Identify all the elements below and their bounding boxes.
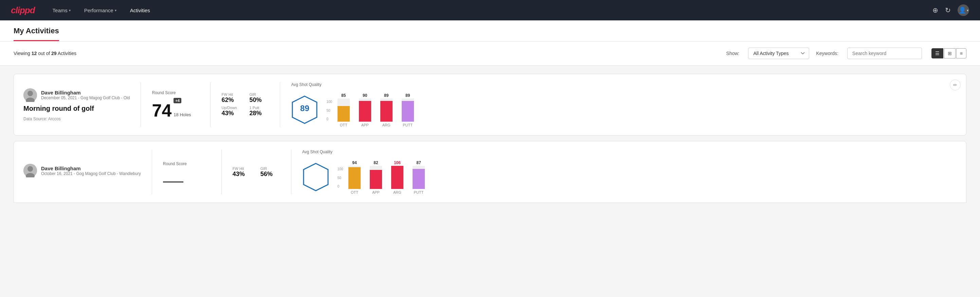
keywords-label: Keywords: — [816, 51, 838, 56]
user-name: Dave Billingham — [41, 90, 130, 96]
svg-marker-7 — [304, 163, 328, 191]
grid-view-button[interactable]: ⊞ — [944, 48, 956, 59]
round-score-section: Round Score — [163, 161, 210, 182]
score-holes: 18 Holes — [173, 112, 191, 117]
score-badge: +4 — [173, 98, 181, 103]
y-axis-top: 100 — [326, 100, 332, 104]
quality-label-2: Avg Shot Quality — [302, 150, 956, 154]
shot-quality-hexagon: 89 — [291, 95, 318, 122]
avatar-icon: 👤 — [959, 6, 966, 14]
chevron-down-icon: ▾ — [115, 8, 116, 12]
bar-value-arg: 89 — [384, 93, 388, 98]
quality-section-2: Avg Shot Quality 100 50 0 — [302, 150, 956, 194]
logo: clippd — [11, 5, 35, 16]
bar2-app: 82 — [374, 160, 378, 165]
stat-gir: GIR 50% — [249, 93, 269, 104]
stats-grid: FW Hit 62% GIR 50% Up/Down 43% 1 Putt 28… — [221, 93, 269, 117]
y2-top: 100 — [337, 167, 343, 171]
card-left: Dave Billingham October 16, 2021 - Gog M… — [24, 164, 141, 180]
card-left: Dave Billingham December 05, 2021 - Gog … — [24, 88, 130, 121]
avatar — [24, 88, 37, 102]
activity-card: Dave Billingham October 16, 2021 - Gog M… — [14, 141, 966, 203]
viewing-text: Viewing 12 out of 29 Activities — [14, 51, 76, 56]
filter-bar: Viewing 12 out of 29 Activities Show: Al… — [0, 42, 980, 65]
shot-quality-chart-2: 100 50 0 94 OTT — [337, 157, 956, 194]
score-value: 74 — [152, 102, 172, 119]
nav-actions: ⊕ ↻ 👤 ▾ — [932, 5, 969, 16]
chevron-down-icon: ▾ — [69, 8, 71, 12]
main-nav: clippd Teams ▾ Performance ▾ Activities … — [0, 0, 980, 21]
stat-1putt: 1 Putt 28% — [249, 106, 269, 117]
stat-fw-hit: FW Hit 62% — [221, 93, 241, 104]
add-icon[interactable]: ⊕ — [932, 6, 938, 14]
svg-point-1 — [27, 91, 33, 96]
page-title: My Activities — [14, 27, 59, 41]
stat-fw-hit: FW Hit 43% — [232, 166, 252, 178]
y2-mid: 50 — [337, 176, 343, 180]
nav-item-performance[interactable]: Performance ▾ — [83, 5, 118, 16]
activity-card: ✏ Dave Billingham December 05, 2021 - Go… — [14, 74, 966, 136]
svg-point-5 — [27, 166, 33, 172]
y-axis-bot: 0 — [326, 117, 332, 121]
bar-label-ott: OTT — [340, 123, 347, 127]
quality-section: Avg Shot Quality 89 1 — [291, 82, 956, 127]
round-score-label: Round Score — [152, 90, 199, 95]
user-name: Dave Billingham — [41, 166, 141, 171]
bar-value-app: 90 — [363, 93, 367, 98]
shot-quality-chart: 100 50 0 85 OTT — [326, 90, 956, 127]
shot-quality-hexagon-2 — [302, 162, 329, 189]
round-score-section: Round Score 74 +4 18 Holes — [152, 90, 199, 119]
bar-value-ott: 85 — [341, 93, 346, 98]
bar-label-putt: PUTT — [403, 123, 412, 127]
edit-button[interactable]: ✏ — [950, 80, 961, 90]
user-date: December 05, 2021 - Gog Magog Golf Club … — [41, 96, 130, 100]
compact-view-button[interactable]: ≡ — [956, 48, 966, 59]
bar2-arg: 106 — [394, 160, 401, 165]
y-axis-mid: 50 — [326, 109, 332, 112]
bar2-ott: 94 — [352, 160, 356, 165]
bar2-putt: 87 — [416, 160, 421, 165]
bar-value-putt: 89 — [406, 93, 410, 98]
card-user: Dave Billingham October 16, 2021 - Gog M… — [24, 164, 141, 177]
avatar-chevron: ▾ — [967, 8, 969, 12]
card-title: Morning round of golf — [24, 105, 130, 112]
nav-item-teams[interactable]: Teams ▾ — [51, 5, 72, 16]
show-label: Show: — [726, 51, 740, 56]
quality-label: Avg Shot Quality — [291, 82, 956, 87]
list-view-button[interactable]: ☰ — [931, 48, 943, 59]
user-date: October 16, 2021 - Gog Magog Golf Club -… — [41, 171, 141, 176]
stat-updown: Up/Down 43% — [221, 106, 241, 117]
refresh-icon[interactable]: ↻ — [945, 6, 951, 14]
keyword-input[interactable] — [847, 48, 922, 59]
y2-bot: 0 — [337, 185, 343, 188]
activity-type-select[interactable]: All Activity Types — [748, 48, 809, 59]
stat-gir: GIR 56% — [261, 166, 280, 178]
nav-item-activities[interactable]: Activities — [129, 5, 151, 16]
stats-grid: FW Hit 43% GIR 56% — [232, 166, 280, 178]
bar-label-app: APP — [361, 123, 369, 127]
user-avatar[interactable]: 👤 ▾ — [958, 5, 969, 16]
card-user: Dave Billingham December 05, 2021 - Gog … — [24, 88, 130, 102]
view-toggle: ☰ ⊞ ≡ — [931, 48, 966, 59]
data-source: Data Source: Arccos — [24, 117, 130, 121]
hexagon-value: 89 — [300, 104, 309, 113]
activities-list: ✏ Dave Billingham December 05, 2021 - Go… — [0, 65, 980, 211]
round-score-label: Round Score — [163, 161, 210, 166]
bar-label-arg: ARG — [382, 123, 390, 127]
page-header: My Activities — [0, 21, 980, 42]
avatar — [24, 164, 37, 177]
